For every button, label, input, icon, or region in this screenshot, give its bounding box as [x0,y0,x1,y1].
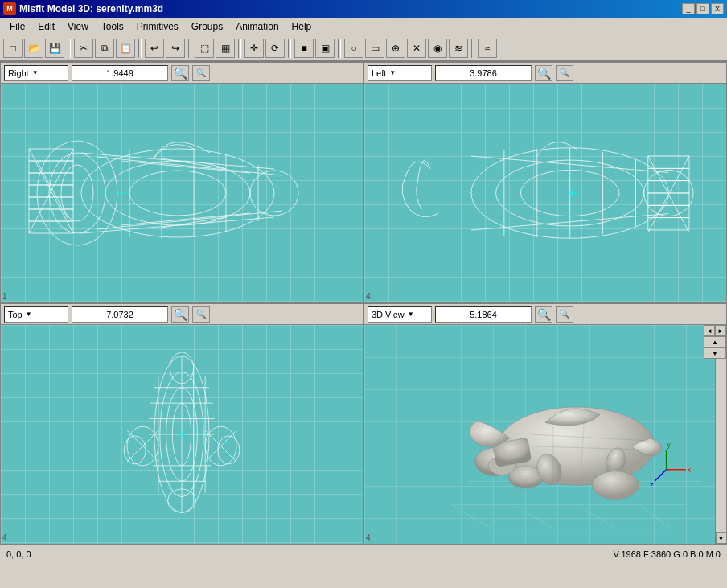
toolbar-btn-move[interactable]: ✛ [244,39,264,58]
title-bar: M Misfit Model 3D: serenity.mm3d _ □ X [0,0,727,18]
title-bar-left: M Misfit Model 3D: serenity.mm3d [3,2,163,15]
svg-point-6 [61,165,93,221]
toolbar-btn-bone[interactable]: ≈ [478,39,497,58]
svg-point-0 [81,149,274,237]
toolbar-separator [68,39,71,58]
menu-bar: FileEditViewToolsPrimitivesGroupsAnimati… [0,18,727,35]
toolbar-btn-cut[interactable]: ✂ [74,39,93,58]
vp-num-4b: 4 [2,533,7,542]
viewport-3d-header: 3D View ▼ 🔍 🔍 [364,304,726,325]
zoom-out-3d[interactable]: 🔍 [556,306,573,323]
svg-rect-24 [29,221,73,233]
menu-item-groups[interactable]: Groups [185,19,229,34]
svg-line-84 [451,504,491,528]
zoom-input-right[interactable] [72,65,168,81]
close-button[interactable]: X [711,3,724,14]
view-select-left[interactable]: Left ▼ [368,65,432,81]
toolbar-btn-box2[interactable]: ▣ [315,39,335,58]
toolbar-btn-save[interactable]: 💾 [45,39,64,58]
zoom-input-top[interactable] [72,306,168,323]
minimize-button[interactable]: _ [682,3,695,14]
title-text: Misfit Model 3D: serenity.mm3d [19,3,163,14]
zoom-in-top[interactable]: 🔍 [171,306,189,323]
vp-num-4c: 4 [366,533,371,542]
toolbar-btn-cylinder[interactable]: ⊕ [386,39,405,58]
svg-text:y: y [667,441,672,449]
scroll-down-btn[interactable]: ▼ [716,532,727,544]
zoom-out-right[interactable]: 🔍 [192,65,210,81]
view-select-right[interactable]: Right ▼ [4,65,68,81]
viewport-3d-canvas[interactable]: x y z ▲ ▼ ◄ ► ▲ ▼ [364,325,726,544]
zoom-input-left[interactable] [435,65,532,81]
zoom-input-3d[interactable] [435,306,532,323]
menu-item-animation[interactable]: Animation [229,19,285,34]
svg-text:x: x [688,466,692,474]
toolbar-btn-wave[interactable]: ≋ [449,39,468,58]
viewport-right-canvas[interactable] [1,84,363,302]
svg-line-87 [639,504,671,528]
toolbar-btn-select-rect[interactable]: ⬚ [195,39,214,58]
toolbar-btn-box[interactable]: ■ [294,39,314,58]
toolbar: □📂💾✂⧉📋↩↪⬚▦✛⟳■▣○▭⊕✕◉≋≈ [0,35,727,61]
toolbar-btn-undo[interactable]: ↩ [145,39,164,58]
toolbar-btn-rotate[interactable]: ⟳ [265,39,285,58]
wireframe-top-svg [1,325,363,544]
scroll-down-btn2[interactable]: ▼ [704,347,726,359]
scroll-right-btn[interactable]: ► [715,325,726,336]
viewport-right[interactable]: Right ▼ 🔍 🔍 [0,62,364,303]
toolbar-btn-redo[interactable]: ↪ [166,39,185,58]
toolbar-btn-copy[interactable]: ⧉ [95,39,114,58]
svg-line-27 [37,161,69,221]
toolbar-btn-new[interactable]: □ [3,39,23,58]
svg-point-2 [129,171,226,216]
menu-item-primitives[interactable]: Primitives [130,19,185,34]
vp-num-4a: 4 [366,292,371,301]
status-info: V:1968 F:3860 G:0 B:0 M:0 [613,549,721,559]
app-icon: M [3,2,16,15]
scroll-left-btn[interactable]: ◄ [704,325,715,336]
viewport-3d[interactable]: 3D View ▼ 🔍 🔍 [364,303,727,545]
zoom-in-right[interactable]: 🔍 [171,65,189,81]
menu-item-help[interactable]: Help [285,19,318,34]
view-select-top[interactable]: Top ▼ [4,306,68,323]
viewports: Right ▼ 🔍 🔍 [0,61,727,545]
viewport-top-canvas[interactable] [1,325,363,544]
vp-num-1: 1 [2,292,7,301]
svg-rect-23 [29,209,73,221]
menu-item-view[interactable]: View [61,19,95,34]
viewport-top[interactable]: Top ▼ 🔍 🔍 [0,303,364,545]
toolbar-btn-delete[interactable]: ✕ [407,39,426,58]
toolbar-separator [338,39,341,58]
toolbar-separator [138,39,142,58]
title-buttons: _ □ X [682,3,724,14]
viewport-left[interactable]: Left ▼ 🔍 🔍 [364,62,727,303]
viewport-left-canvas[interactable] [364,84,726,302]
toolbar-btn-rect[interactable]: ▭ [365,39,384,58]
svg-rect-18 [29,149,73,161]
svg-point-95 [592,471,639,500]
maximize-button[interactable]: □ [696,3,709,14]
wireframe-left-svg [364,84,726,302]
menu-item-file[interactable]: File [3,19,31,34]
toolbar-btn-open[interactable]: 📂 [24,39,43,58]
toolbar-btn-sphere[interactable]: ○ [344,39,364,58]
menu-item-edit[interactable]: Edit [31,19,61,34]
zoom-in-3d[interactable]: 🔍 [535,306,552,323]
zoom-out-left[interactable]: 🔍 [556,65,573,81]
toolbar-btn-paste[interactable]: 📋 [116,39,135,58]
svg-line-102 [655,470,667,482]
scroll-up-btn2[interactable]: ▲ [704,336,726,347]
toolbar-btn-select-vert[interactable]: ▦ [216,39,235,58]
toolbar-separator [288,39,291,58]
svg-rect-36 [648,156,689,168]
zoom-out-top[interactable]: 🔍 [192,306,210,323]
menu-item-tools[interactable]: Tools [95,19,130,34]
toolbar-separator [188,39,191,58]
wireframe-right-svg [1,84,363,302]
svg-text:z: z [650,481,654,489]
toolbar-btn-point[interactable]: ◉ [428,39,447,58]
viewport-right-header: Right ▼ 🔍 🔍 [1,63,363,84]
status-bar: 0, 0, 0 V:1968 F:3860 G:0 B:0 M:0 [0,545,727,562]
zoom-in-left[interactable]: 🔍 [535,65,552,81]
view-select-3d[interactable]: 3D View ▼ [368,306,432,323]
